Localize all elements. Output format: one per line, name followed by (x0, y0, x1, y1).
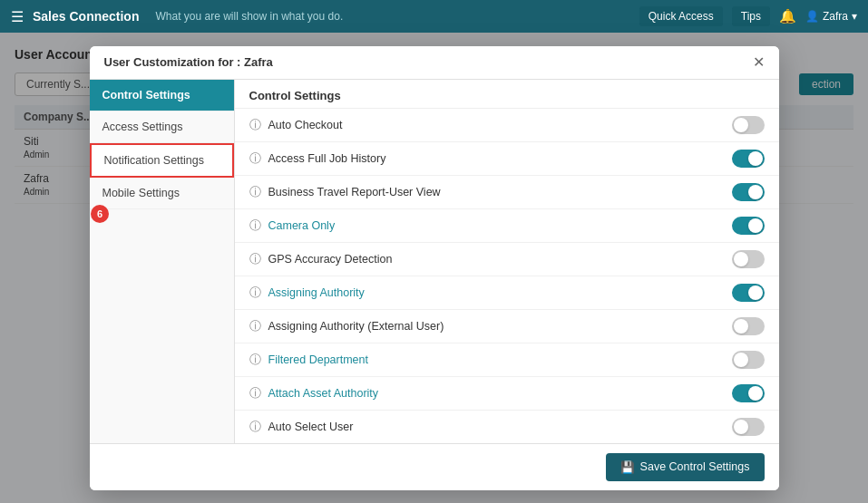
info-icon[interactable]: ⓘ (249, 352, 261, 368)
setting-row: ⓘAccess Full Job History (235, 142, 779, 176)
page-background: User Account Currently S... ection Compa… (0, 33, 868, 503)
toggle-switch[interactable] (732, 250, 765, 268)
setting-label: GPS Accuracy Detection (268, 253, 732, 266)
setting-label: Assigning Authority (268, 286, 732, 299)
toggle-slider (732, 351, 765, 369)
setting-label: Filtered Department (268, 353, 732, 366)
info-icon[interactable]: ⓘ (249, 419, 261, 435)
setting-row: ⓘAssigning Authority (External User) (235, 310, 779, 343)
modal-body: Control Settings Access Settings Notific… (90, 80, 779, 443)
save-icon: 💾 (620, 460, 635, 474)
toggle-switch[interactable] (732, 183, 765, 201)
notification-settings-label: Notification Settings (104, 154, 204, 167)
user-avatar-icon: 👤 (805, 10, 819, 23)
toggle-switch[interactable] (732, 317, 765, 335)
toggle-switch[interactable] (732, 217, 765, 235)
bell-icon[interactable]: 🔔 (779, 8, 796, 24)
hamburger-icon[interactable]: ☰ (11, 8, 24, 25)
user-customization-modal: User Customization for : Zafra ✕ Control… (90, 46, 779, 490)
app-brand: Sales Connection (33, 9, 139, 24)
info-icon[interactable]: ⓘ (249, 218, 261, 234)
sidebar-item-mobile[interactable]: Mobile Settings (90, 178, 234, 209)
setting-row: ⓘCamera Only (235, 209, 779, 243)
toggle-switch[interactable] (732, 384, 765, 402)
topnav-right: Quick Access Tips 🔔 👤 Zafra ▾ (639, 6, 857, 26)
sidebar-item-notification[interactable]: Notification Settings (90, 143, 234, 178)
setting-label: Attach Asset Authority (268, 387, 732, 400)
toggle-slider (732, 284, 765, 302)
setting-label: Access Full Job History (268, 152, 732, 165)
info-icon[interactable]: ⓘ (249, 385, 261, 401)
user-menu[interactable]: 👤 Zafra ▾ (805, 10, 857, 23)
save-control-settings-button[interactable]: 💾 Save Control Settings (606, 453, 765, 481)
toggle-switch[interactable] (732, 150, 765, 168)
info-icon[interactable]: ⓘ (249, 150, 261, 167)
modal-title: User Customization for : Zafra (104, 55, 273, 69)
settings-list: ⓘAuto CheckoutⓘAccess Full Job HistoryⓘB… (235, 109, 779, 443)
setting-label: Camera Only (268, 219, 732, 232)
user-name: Zafra (823, 10, 848, 23)
toggle-switch[interactable] (732, 351, 765, 369)
toggle-slider (732, 150, 765, 168)
toggle-switch[interactable] (732, 284, 765, 302)
app-tagline: What you are will show in what you do. (155, 10, 629, 23)
user-chevron-icon: ▾ (852, 10, 857, 23)
toggle-slider (732, 183, 765, 201)
toggle-switch[interactable] (732, 418, 765, 436)
save-button-label: Save Control Settings (640, 460, 750, 473)
sidebar-item-access[interactable]: Access Settings (90, 111, 234, 143)
toggle-slider (732, 217, 765, 235)
setting-row: ⓘAuto Checkout (235, 109, 779, 142)
setting-row: ⓘGPS Accuracy Detection (235, 243, 779, 276)
modal-header: User Customization for : Zafra ✕ (90, 46, 779, 80)
modal-footer: 💾 Save Control Settings (90, 443, 779, 490)
setting-row: ⓘBusiness Travel Report-User View (235, 176, 779, 209)
info-icon[interactable]: ⓘ (249, 318, 261, 334)
toggle-slider (732, 418, 765, 436)
toggle-switch[interactable] (732, 116, 765, 134)
toggle-slider (732, 116, 765, 134)
tips-button[interactable]: Tips (732, 6, 770, 26)
setting-label: Auto Select User (268, 421, 732, 433)
toggle-slider (732, 250, 765, 268)
toggle-slider (732, 384, 765, 402)
setting-row: ⓘAssigning Authority (235, 276, 779, 310)
info-icon[interactable]: ⓘ (249, 117, 261, 133)
top-navigation: ☰ Sales Connection What you are will sho… (0, 0, 868, 33)
setting-row: ⓘFiltered Department (235, 343, 779, 377)
sidebar-item-control[interactable]: Control Settings (90, 80, 234, 111)
setting-row: ⓘAuto Select User (235, 411, 779, 443)
toggle-slider (732, 317, 765, 335)
info-icon[interactable]: ⓘ (249, 184, 261, 200)
setting-label: Assigning Authority (External User) (268, 320, 732, 333)
setting-label: Auto Checkout (268, 119, 732, 131)
setting-label: Business Travel Report-User View (268, 186, 732, 198)
info-icon[interactable]: ⓘ (249, 251, 261, 267)
modal-overlay: User Customization for : Zafra ✕ Control… (0, 33, 868, 503)
notification-badge-container: 6 (91, 205, 109, 223)
quick-access-button[interactable]: Quick Access (639, 6, 723, 26)
notification-badge: 6 (91, 205, 109, 223)
setting-row: ⓘAttach Asset Authority (235, 377, 779, 411)
modal-sidebar: Control Settings Access Settings Notific… (90, 80, 235, 443)
modal-close-button[interactable]: ✕ (753, 55, 765, 70)
info-icon[interactable]: ⓘ (249, 285, 261, 301)
modal-content-area: Control Settings ⓘAuto CheckoutⓘAccess F… (235, 80, 779, 443)
content-area-header: Control Settings (235, 80, 779, 109)
